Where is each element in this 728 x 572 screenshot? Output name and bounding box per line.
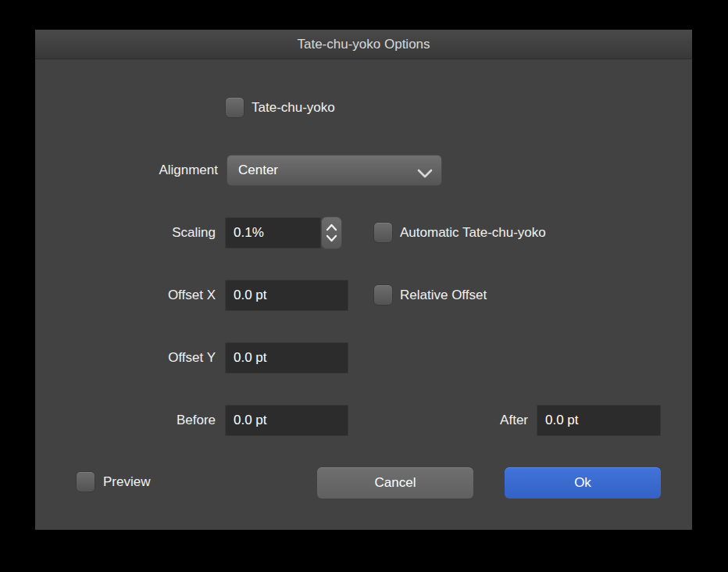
offset-x-label: Offset X bbox=[101, 284, 216, 306]
scaling-stepper[interactable] bbox=[321, 216, 342, 249]
cancel-button[interactable]: Cancel bbox=[317, 467, 473, 499]
offset-y-input[interactable] bbox=[225, 342, 348, 374]
chevron-down-icon bbox=[416, 163, 434, 178]
preview-checkbox[interactable] bbox=[76, 471, 95, 492]
before-input[interactable] bbox=[225, 405, 348, 436]
before-label: Before bbox=[101, 409, 216, 431]
preview-checkbox-label: Preview bbox=[103, 471, 150, 493]
up-down-stepper-icon bbox=[325, 222, 338, 244]
tatechuyoko-options-dialog: Tate-chu-yoko Options Tate-chu-yoko Alig… bbox=[35, 30, 692, 530]
scaling-input[interactable] bbox=[225, 217, 321, 248]
alignment-dropdown[interactable]: Center bbox=[227, 155, 442, 186]
automatic-tatechuyoko-checkbox-label: Automatic Tate-chu-yoko bbox=[400, 222, 546, 244]
tatechuyoko-checkbox-label: Tate-chu-yoko bbox=[252, 97, 335, 119]
offset-y-label: Offset Y bbox=[101, 347, 216, 369]
dialog-title: Tate-chu-yoko Options bbox=[35, 30, 692, 59]
ok-button[interactable]: Ok bbox=[505, 467, 661, 499]
alignment-dropdown-value: Center bbox=[238, 163, 278, 177]
relative-offset-checkbox-label: Relative Offset bbox=[400, 284, 487, 306]
after-label: After bbox=[411, 409, 528, 431]
offset-x-input[interactable] bbox=[225, 280, 348, 311]
alignment-label: Alignment bbox=[101, 159, 218, 181]
automatic-tatechuyoko-checkbox[interactable] bbox=[373, 222, 393, 243]
titlebar: Tate-chu-yoko Options bbox=[35, 30, 692, 59]
after-input[interactable] bbox=[537, 405, 661, 436]
scaling-label: Scaling bbox=[101, 222, 216, 244]
tatechuyoko-checkbox[interactable] bbox=[225, 97, 244, 118]
relative-offset-checkbox[interactable] bbox=[373, 284, 393, 306]
